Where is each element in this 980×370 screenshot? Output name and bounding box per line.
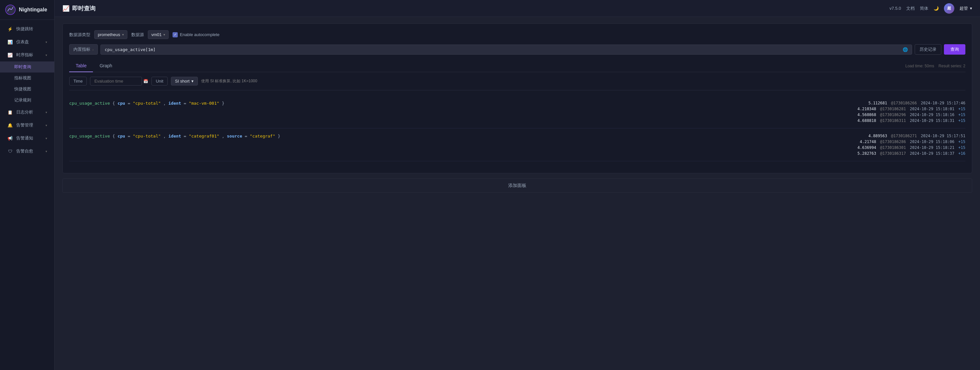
value-number: 4.210348 [854,107,877,111]
value-datetime: 2024-10-29 15:18:37 [910,151,955,156]
sidebar-item-label: 告警管理 [16,122,33,128]
user-menu[interactable]: 超管 ▾ [959,6,972,11]
si-short-select[interactable]: SI short ▾ [171,77,198,86]
unit-select[interactable]: Unit [151,77,167,86]
sidebar-item-label: 时序指标 [16,52,33,58]
main-content: 📈 即时查询 v7.5.0 文档 简体 🌙 超 超管 ▾ 数据源类型 prome… [54,0,980,370]
autocomplete-label: Enable autocomplete [180,32,220,37]
table-row: cpu_usage_active { cpu = "cpu-total" , i… [69,96,966,128]
value-offset: +15 [958,107,966,111]
sidebar: Nightingale ⚡ 快捷跳转 📊 仪表盘 ▾ 📈 时序指标 ▾ 即时查询… [0,0,54,370]
datasource-select[interactable]: vm01 ▾ [148,30,169,39]
globe-icon[interactable]: 🌐 [903,47,908,52]
log-analysis-icon: 📋 [7,109,13,115]
page-title-icon: 📈 [62,5,70,12]
select-chevron-icon: ▾ [122,33,124,37]
value-timestamp: @1730186311 [880,118,906,123]
content-area: 数据源类型 prometheus ▾ 数据源 vm01 ▾ ✓ Enable a… [54,17,980,370]
sidebar-item-metric-view[interactable]: 指标视图 [0,72,54,84]
sidebar-item-quick-view[interactable]: 快捷视图 [0,84,54,95]
chevron-down-icon: ▾ [46,137,47,140]
label-val: "categraf" [250,134,275,139]
filter-row: Time 📅 Unit SI short ▾ 使用 SI 标准换算, 比如 1K… [69,72,966,90]
theme-toggle-icon[interactable]: 🌙 [934,6,939,11]
result-values: 4.889563 @1730186271 2024-10-29 15:17:51… [286,134,966,156]
chevron-down-icon: ▾ [46,53,47,57]
evaluation-time-input[interactable] [90,77,142,86]
query-text: cpu_usage_active[1m] [105,47,156,52]
label-key: ident [168,134,181,139]
label-key: ident [168,101,181,106]
sidebar-item-alert-notify[interactable]: 📢 告警通知 ▾ [2,132,52,144]
label-eq: = [184,134,189,139]
search-button[interactable]: 查询 [944,44,966,54]
value-datetime: 2024-10-29 15:17:51 [921,134,966,138]
sidebar-item-label: 告警自愈 [16,148,33,154]
dashboard-icon: 📊 [7,39,13,45]
sidebar-item-label: 告警通知 [16,135,33,141]
calendar-icon[interactable]: 📅 [143,79,148,84]
sidebar-item-log-analysis[interactable]: 📋 日志分析 ▾ [2,106,52,118]
sidebar-item-alert-self-heal[interactable]: 🛡 告警自愈 ▾ [2,145,52,157]
sidebar-item-label: 仪表盘 [16,39,29,45]
value-timestamp: @1730186286 [880,139,906,144]
label-key: cpu [118,134,125,139]
add-panel-button[interactable]: 添加面板 [62,179,972,193]
header-right-section: v7.5.0 文档 简体 🌙 超 超管 ▾ [890,3,972,14]
sidebar-item-alert-mgmt[interactable]: 🔔 告警管理 ▾ [2,119,52,131]
timeseries-icon: 📈 [7,52,13,58]
tab-row: Table Graph Load time: 50ms Result serie… [69,60,966,72]
value-datetime: 2024-10-29 15:18:16 [910,113,955,117]
add-panel-section: 添加面板 [62,179,972,193]
value-datetime: 2024-10-29 15:17:46 [921,101,966,105]
time-filter-button[interactable]: Time [69,77,87,86]
results-area: cpu_usage_active { cpu = "cpu-total" , i… [69,90,966,166]
label-val: "cpu-total" [133,134,161,139]
query-input-row: 内置指标 › cpu_usage_active[1m] 🌐 历史记录 查询 [69,44,966,54]
page-header: 📈 即时查询 v7.5.0 文档 简体 🌙 超 超管 ▾ [54,0,980,17]
sidebar-item-instant-query[interactable]: 即时查询 [0,61,54,72]
breadcrumb[interactable]: 内置指标 › [69,44,98,54]
result-label: cpu_usage_active { cpu = "cpu-total" , i… [69,101,224,106]
datasource-type-value: prometheus [98,32,120,37]
page-title: 📈 即时查询 [62,5,95,12]
value-timestamp: @1730186296 [880,113,906,117]
label-brace-open: { [113,134,118,139]
lang-switch[interactable]: 简体 [920,6,928,11]
tab-table[interactable]: Table [69,60,93,72]
checkbox-checked-icon: ✓ [173,32,178,37]
docs-link[interactable]: 文档 [906,6,915,11]
result-label: cpu_usage_active { cpu = "cpu-total" , i… [69,134,280,139]
sidebar-item-dashboard[interactable]: 📊 仪表盘 ▾ [2,36,52,48]
value-timestamp: @1730186301 [880,145,906,150]
label-eq: = [128,101,133,106]
value-entry: 4.560868 @1730186296 2024-10-29 15:18:16… [854,113,966,117]
value-timestamp: @1730186281 [880,107,906,111]
autocomplete-toggle[interactable]: ✓ Enable autocomplete [173,32,220,37]
sidebar-item-timeseries[interactable]: 📈 时序指标 ▾ [2,49,52,61]
value-entry: 4.889563 @1730186271 2024-10-29 15:17:51 [864,134,966,138]
builtin-label: 内置指标 [73,46,90,53]
label-comma: , [222,134,227,139]
query-input-field[interactable]: cpu_usage_active[1m] 🌐 [100,45,912,54]
result-series-label: Result series: 2 [939,64,966,68]
chevron-down-icon: ▾ [46,110,47,114]
datasource-label: 数据源 [131,32,144,38]
si-description-text: 使用 SI 标准换算, 比如 1K=1000 [201,78,257,84]
sidebar-item-quick-jump[interactable]: ⚡ 快捷跳转 [2,23,52,35]
metric-name: cpu_usage_active [69,101,110,106]
value-offset: +15 [958,139,966,144]
chevron-down-icon: ▾ [46,124,47,127]
history-button[interactable]: 历史记录 [915,44,941,54]
si-short-value: SI short [175,79,190,84]
sidebar-item-record-rules[interactable]: 记录规则 [0,95,54,106]
value-timestamp: @1730186317 [880,151,906,156]
unit-label: Unit [156,79,163,84]
user-chevron-icon: ▾ [970,6,972,11]
datasource-type-label: 数据源类型 [69,32,90,38]
datasource-type-select[interactable]: prometheus ▾ [94,30,127,39]
sidebar-item-label: 日志分析 [16,109,33,115]
tab-graph[interactable]: Graph [93,60,119,72]
value-timestamp: @1730186271 [891,134,916,138]
sidebar-item-label: 快捷视图 [14,86,31,92]
